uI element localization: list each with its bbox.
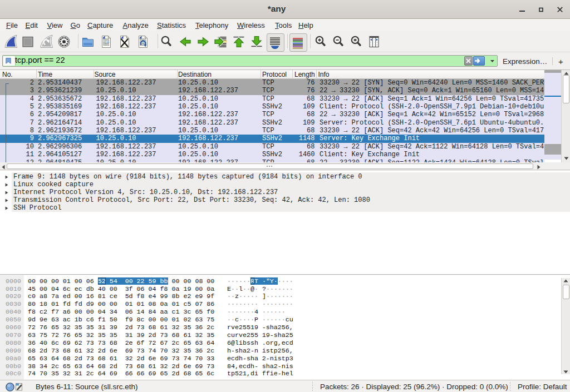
svg-text:0101: 0101 — [103, 43, 109, 46]
